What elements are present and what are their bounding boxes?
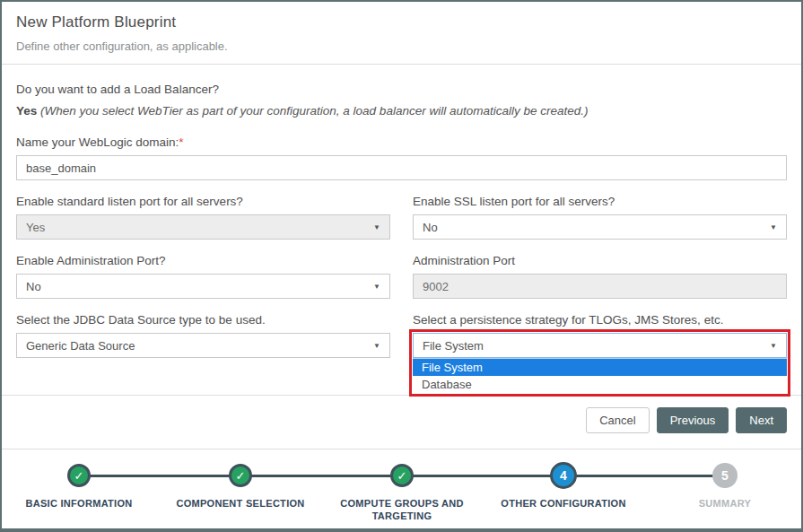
field-admin-port: Administration Port 9002 bbox=[413, 254, 787, 299]
field-admin-port-enable: Enable Administration Port? No ▼ bbox=[16, 254, 390, 299]
button-bar: Cancel Previous Next bbox=[2, 396, 801, 449]
step-compute-groups[interactable]: ✓ COMPUTE GROUPS AND TARGETING bbox=[321, 461, 483, 523]
persistence-option-list: File System Database bbox=[413, 358, 787, 393]
standard-port-value: Yes bbox=[26, 221, 45, 234]
step-label: COMPUTE GROUPS AND TARGETING bbox=[326, 497, 478, 523]
page-subtitle: Define other configuration, as applicabl… bbox=[16, 39, 787, 53]
ssl-port-value: No bbox=[423, 221, 438, 234]
standard-port-label: Enable standard listen port for all serv… bbox=[16, 195, 390, 208]
ssl-port-label: Enable SSL listen port for all servers? bbox=[413, 195, 787, 208]
admin-port-enable-label: Enable Administration Port? bbox=[16, 254, 390, 267]
form-area: Do you want to add a Load Balancer? Yes … bbox=[2, 65, 801, 395]
step-label: OTHER CONFIGURATION bbox=[487, 497, 640, 510]
persistence-select[interactable]: File System ▼ bbox=[413, 333, 787, 358]
previous-button[interactable]: Previous bbox=[657, 407, 729, 433]
persistence-label: Select a persistence strategy for TLOGs,… bbox=[413, 313, 787, 327]
required-asterisk: * bbox=[179, 135, 183, 149]
persistence-combo-anchor: File System ▼ File System Database bbox=[413, 333, 787, 358]
highlight-box: File System ▼ File System Database bbox=[409, 329, 790, 397]
jdbc-select[interactable]: Generic Data Source ▼ bbox=[16, 333, 390, 358]
chevron-down-icon: ▼ bbox=[770, 342, 777, 350]
field-standard-port: Enable standard listen port for all serv… bbox=[16, 195, 390, 240]
option-database[interactable]: Database bbox=[413, 376, 787, 393]
step-number: 4 bbox=[550, 462, 577, 489]
option-file-system[interactable]: File System bbox=[413, 359, 787, 376]
step-label: COMPONENT SELECTION bbox=[164, 497, 317, 510]
chevron-down-icon: ▼ bbox=[373, 283, 380, 291]
domain-input[interactable]: base_domain bbox=[16, 155, 787, 180]
step-component-selection[interactable]: ✓ COMPONENT SELECTION bbox=[160, 461, 321, 510]
wizard-stepper: ✓ BASIC INFORMATION ✓ COMPONENT SELECTIO… bbox=[2, 449, 801, 526]
chevron-down-icon: ▼ bbox=[770, 223, 777, 231]
load-balancer-answer-value: Yes bbox=[16, 104, 37, 118]
form-grid: Name your WebLogic domain:* base_domain … bbox=[16, 135, 787, 372]
chevron-down-icon: ▼ bbox=[373, 223, 380, 231]
admin-port-label: Administration Port bbox=[413, 254, 787, 267]
persistence-value: File System bbox=[423, 339, 484, 353]
step-label: SUMMARY bbox=[649, 497, 801, 510]
check-icon: ✓ bbox=[229, 464, 252, 487]
ssl-port-select[interactable]: No ▼ bbox=[413, 214, 787, 240]
chevron-down-icon: ▼ bbox=[373, 342, 380, 350]
load-balancer-question: Do you want to add a Load Balancer? bbox=[16, 83, 787, 96]
next-button[interactable]: Next bbox=[736, 407, 787, 433]
step-basic-information[interactable]: ✓ BASIC INFORMATION bbox=[0, 461, 160, 510]
cancel-button[interactable]: Cancel bbox=[586, 407, 649, 433]
field-domain: Name your WebLogic domain:* base_domain bbox=[16, 135, 787, 180]
jdbc-label: Select the JDBC Data Source type to be u… bbox=[16, 313, 390, 327]
load-balancer-answer: Yes (When you select WebTier as part of … bbox=[16, 104, 787, 118]
step-other-configuration[interactable]: 4 OTHER CONFIGURATION bbox=[483, 461, 644, 510]
domain-label-text: Name your WebLogic domain: bbox=[16, 135, 179, 149]
admin-port-input[interactable]: 9002 bbox=[413, 274, 787, 299]
load-balancer-note: (When you select WebTier as part of your… bbox=[40, 104, 588, 118]
admin-port-enable-select[interactable]: No ▼ bbox=[16, 274, 390, 299]
page-title: New Platform Blueprint bbox=[16, 13, 787, 31]
admin-port-enable-value: No bbox=[26, 280, 41, 293]
step-label: BASIC INFORMATION bbox=[3, 497, 155, 510]
step-summary[interactable]: 5 SUMMARY bbox=[644, 461, 803, 510]
step-number: 5 bbox=[712, 463, 738, 488]
standard-port-select[interactable]: Yes ▼ bbox=[16, 214, 390, 240]
field-ssl-port: Enable SSL listen port for all servers? … bbox=[413, 195, 787, 240]
dialog-header: New Platform Blueprint Define other conf… bbox=[2, 2, 801, 64]
jdbc-value: Generic Data Source bbox=[26, 339, 135, 353]
field-jdbc: Select the JDBC Data Source type to be u… bbox=[16, 313, 390, 358]
check-icon: ✓ bbox=[67, 464, 91, 487]
domain-label: Name your WebLogic domain:* bbox=[16, 135, 787, 149]
field-persistence: Select a persistence strategy for TLOGs,… bbox=[413, 313, 787, 358]
check-icon: ✓ bbox=[390, 464, 414, 487]
new-platform-blueprint-dialog: New Platform Blueprint Define other conf… bbox=[0, 0, 803, 532]
